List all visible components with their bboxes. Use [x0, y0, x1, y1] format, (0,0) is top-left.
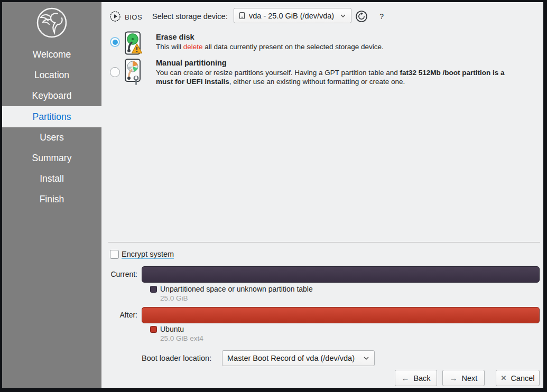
refresh-icon — [355, 10, 368, 23]
boot-loader-select[interactable]: Master Boot Record of vda (/dev/vda) — [222, 350, 375, 366]
boot-loader-label: Boot loader location: — [142, 354, 211, 362]
installer-window: Welcome Location Keyboard Partitions Use… — [2, 2, 543, 388]
storage-device-label: Select storage device: — [152, 12, 228, 21]
sidebar: Welcome Location Keyboard Partitions Use… — [2, 2, 101, 388]
encrypt-system-checkbox[interactable] — [110, 250, 119, 259]
erase-disk-title: Erase disk — [156, 33, 515, 41]
sidebar-item-finish[interactable]: Finish — [2, 189, 101, 210]
help-indicator: ? — [379, 12, 384, 21]
erase-disk-icon — [123, 31, 143, 60]
sidebar-item-install[interactable]: Install — [2, 169, 101, 189]
back-button-label: Back — [413, 374, 430, 382]
back-button[interactable]: ← Back — [395, 370, 437, 386]
sidebar-item-welcome[interactable]: Welcome — [2, 44, 101, 65]
wrench-icon — [134, 76, 138, 85]
manual-partitioning-radio[interactable] — [110, 67, 120, 77]
hard-drive-icon — [239, 12, 245, 20]
after-partition-size: 25.0 GiB ext4 — [160, 334, 203, 342]
manual-partitioning-icon — [123, 58, 143, 89]
after-label: After: — [101, 311, 137, 319]
next-button-label: Next — [462, 374, 478, 382]
erase-disk-radio[interactable] — [110, 37, 120, 47]
storage-device-select[interactable]: vda - 25.0 GiB (/dev/vda) — [234, 8, 351, 23]
bios-mode-icon — [109, 10, 122, 25]
left-arrow-icon: ← — [401, 374, 409, 382]
after-legend-swatch — [150, 326, 157, 333]
encrypt-system-label[interactable]: Encrypt system — [122, 250, 174, 258]
current-label: Current: — [101, 270, 137, 278]
manual-partitioning-title: Manual partitioning — [156, 59, 511, 67]
sidebar-item-keyboard[interactable]: Keyboard — [2, 86, 101, 106]
right-arrow-icon: → — [450, 374, 458, 382]
boot-loader-value: Master Boot Record of vda (/dev/vda) — [227, 354, 355, 362]
after-legend-row: Ubuntu — [150, 325, 184, 333]
close-icon: ✕ — [500, 375, 506, 381]
current-legend-swatch — [150, 286, 157, 293]
cancel-button[interactable]: ✕ Cancel — [496, 370, 540, 386]
erase-disk-option[interactable]: Erase disk This will delete all data cur… — [156, 33, 515, 51]
after-partition-bar — [142, 307, 540, 323]
chevron-down-icon — [363, 356, 369, 360]
installer-steps-nav: Welcome Location Keyboard Partitions Use… — [2, 44, 101, 210]
current-legend-row: Unpartitioned space or unknown partition… — [150, 285, 313, 293]
bios-mode-label: BIOS — [125, 13, 142, 21]
partitions-page: BIOS Select storage device: vda - 25.0 G… — [101, 2, 543, 388]
sidebar-item-location[interactable]: Location — [2, 65, 101, 86]
next-button[interactable]: → Next — [442, 370, 485, 386]
manual-partitioning-option[interactable]: Manual partitioning You can create or re… — [156, 59, 511, 86]
hummingbird-logo-icon — [36, 7, 68, 39]
refresh-devices-button[interactable] — [355, 10, 368, 25]
sidebar-item-partitions[interactable]: Partitions — [2, 106, 101, 127]
storage-device-value: vda - 25.0 GiB (/dev/vda) — [249, 12, 334, 20]
delete-warning-word: delete — [183, 43, 203, 51]
current-partition-bar — [142, 266, 540, 283]
manual-partitioning-description: You can create or resize partitions your… — [156, 68, 511, 86]
cancel-button-label: Cancel — [511, 374, 534, 382]
distro-logo — [2, 2, 101, 39]
chevron-down-icon — [340, 14, 346, 18]
sidebar-item-users[interactable]: Users — [2, 127, 101, 148]
after-legend-label: Ubuntu — [160, 325, 184, 333]
current-partition-size: 25.0 GiB — [160, 294, 188, 302]
erase-disk-description: This will delete all data currently pres… — [156, 42, 515, 51]
sidebar-item-summary[interactable]: Summary — [2, 148, 101, 169]
section-divider — [108, 242, 540, 242]
current-legend-label: Unpartitioned space or unknown partition… — [160, 285, 313, 293]
